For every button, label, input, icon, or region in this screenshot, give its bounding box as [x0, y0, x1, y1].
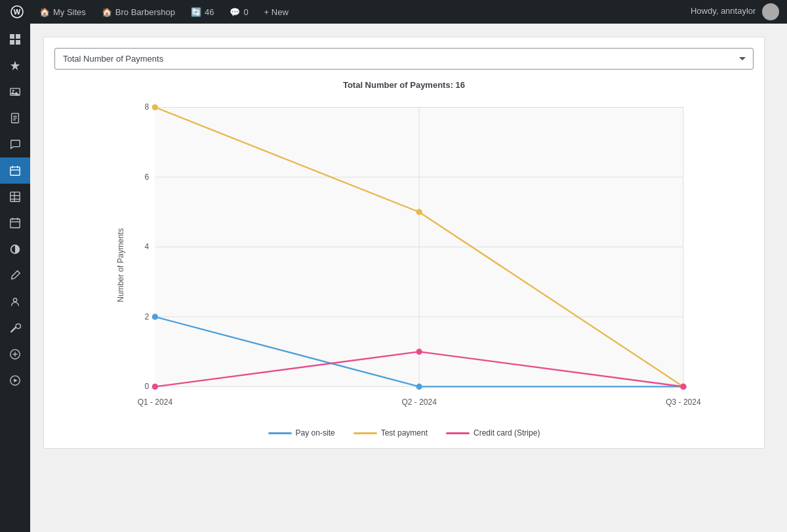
svg-rect-5: [16, 40, 20, 45]
sidebar-item-pages[interactable]: [0, 105, 30, 131]
user-info[interactable]: Howdy, anntaylor: [691, 3, 779, 20]
xtick-q2: Q2 - 2024: [401, 398, 437, 407]
svg-rect-2: [10, 34, 14, 39]
site-icon: 🏠: [102, 7, 112, 17]
sidebar-item-calendar2[interactable]: [0, 210, 30, 236]
topbar: W 🏠 My Sites 🏠 Bro Barbershop 🔄 46 💬 0 +…: [0, 0, 787, 24]
dot-test-q2: [416, 209, 422, 215]
legend-line-pay-onsite: [268, 432, 292, 434]
comments-count: 0: [243, 7, 248, 17]
my-sites[interactable]: 🏠 My Sites: [37, 7, 89, 17]
svg-rect-12: [10, 167, 20, 176]
user-label: Howdy, anntaylor: [691, 6, 756, 16]
sidebar-item-table[interactable]: [0, 184, 30, 210]
ytick-6: 6: [144, 173, 149, 182]
ytick-8: 8: [144, 102, 149, 112]
dot-stripe-q3: [680, 384, 686, 390]
chart-svg: Number of Payments 0 2 4 6: [54, 95, 754, 423]
chart-title: Total Number of Payments: 16: [54, 80, 754, 90]
my-sites-label: My Sites: [53, 7, 86, 17]
dropdown-wrapper: Total Number of Payments Total Revenue: [54, 48, 754, 70]
sidebar-item-dashboard[interactable]: [0, 26, 30, 52]
ytick-0: 0: [144, 382, 149, 391]
comments[interactable]: 💬 0: [227, 7, 251, 17]
user-avatar: [762, 3, 779, 20]
svg-rect-3: [16, 34, 20, 39]
dot-test-q1: [152, 104, 158, 110]
legend-test-payment: Test payment: [353, 428, 428, 438]
dot-stripe-q2: [416, 349, 422, 355]
sidebar-item-tools[interactable]: [0, 315, 30, 341]
dot-pay-onsite-q1: [152, 314, 158, 319]
svg-rect-20: [10, 219, 20, 228]
wp-logo[interactable]: W: [8, 5, 26, 18]
ytick-2: 2: [144, 312, 149, 321]
svg-point-24: [13, 298, 16, 302]
sidebar-item-appearance[interactable]: [0, 236, 30, 262]
new-label: + New: [264, 7, 289, 17]
legend-credit-card: Credit card (Stripe): [446, 428, 540, 438]
layout: Total Number of Payments Total Revenue T…: [0, 24, 787, 532]
updates-count: 46: [205, 7, 214, 17]
sidebar-item-add[interactable]: [0, 341, 30, 367]
metric-dropdown[interactable]: Total Number of Payments Total Revenue: [54, 48, 754, 70]
legend-line-test-payment: [353, 432, 377, 434]
svg-rect-4: [10, 40, 14, 45]
svg-point-7: [12, 90, 14, 92]
site-name: Bro Barbershop: [115, 7, 175, 17]
legend-label-pay-onsite: Pay on-site: [296, 428, 335, 438]
sidebar-item-media[interactable]: [0, 79, 30, 105]
site-link[interactable]: 🏠 Bro Barbershop: [99, 7, 178, 17]
dot-stripe-q1: [152, 384, 158, 390]
new-button[interactable]: + New: [262, 7, 291, 17]
legend-label-test-payment: Test payment: [381, 428, 428, 438]
main-content: Total Number of Payments Total Revenue T…: [30, 24, 787, 532]
chart-legend: Pay on-site Test payment Credit card (St…: [54, 428, 754, 438]
sidebar-item-brush[interactable]: [0, 262, 30, 289]
y-axis-label: Number of Payments: [116, 228, 125, 302]
chart-container: Total Number of Payments Total Revenue T…: [43, 37, 765, 449]
xtick-q3: Q3 - 2024: [666, 398, 701, 407]
xtick-q1: Q1 - 2024: [138, 398, 173, 407]
legend-line-credit-card: [446, 432, 470, 434]
sidebar-item-users[interactable]: [0, 289, 30, 315]
sidebar-item-comments[interactable]: [0, 131, 30, 157]
sidebar-item-play[interactable]: [0, 367, 30, 394]
sidebar: [0, 24, 30, 532]
sidebar-item-calendar[interactable]: [0, 157, 30, 184]
svg-rect-16: [10, 192, 20, 201]
svg-marker-29: [14, 379, 17, 382]
legend-pay-onsite: Pay on-site: [268, 428, 335, 438]
dot-pay-onsite-q2: [416, 384, 422, 390]
sidebar-item-pin[interactable]: [0, 52, 30, 79]
updates[interactable]: 🔄 46: [188, 7, 216, 17]
svg-text:W: W: [14, 8, 21, 16]
comments-icon: 💬: [230, 7, 240, 17]
my-sites-icon: 🏠: [39, 7, 50, 17]
legend-label-credit-card: Credit card (Stripe): [474, 428, 540, 438]
updates-icon: 🔄: [191, 7, 201, 17]
ytick-4: 4: [144, 242, 149, 251]
